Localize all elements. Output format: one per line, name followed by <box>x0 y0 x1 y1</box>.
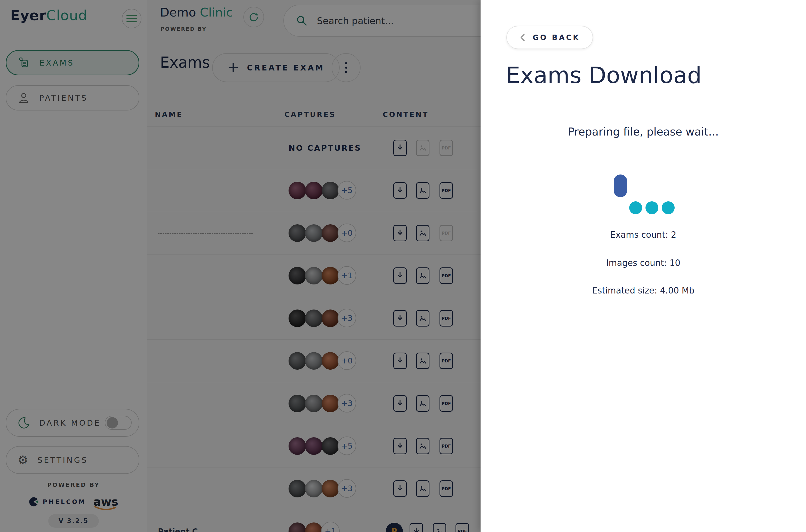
loader-dot <box>646 201 658 214</box>
loader-dot <box>662 201 675 214</box>
exams-download-panel: GO BACK Exams Download Preparing file, p… <box>481 0 806 532</box>
eyercloud-app: EyerCloud EXAMS PA <box>0 0 806 532</box>
status-text: Preparing file, please wait... <box>481 126 806 138</box>
images-count: Images count: 10 <box>481 258 806 268</box>
estimated-size: Estimated size: 4.00 Mb <box>481 285 806 296</box>
loader-dot <box>629 201 642 214</box>
exams-count: Exams count: 2 <box>481 230 806 240</box>
go-back-label: GO BACK <box>533 33 580 42</box>
panel-title: Exams Download <box>506 62 702 89</box>
back-chevron-icon <box>519 33 526 41</box>
loader-pill <box>614 174 627 197</box>
go-back-button[interactable]: GO BACK <box>506 26 593 49</box>
